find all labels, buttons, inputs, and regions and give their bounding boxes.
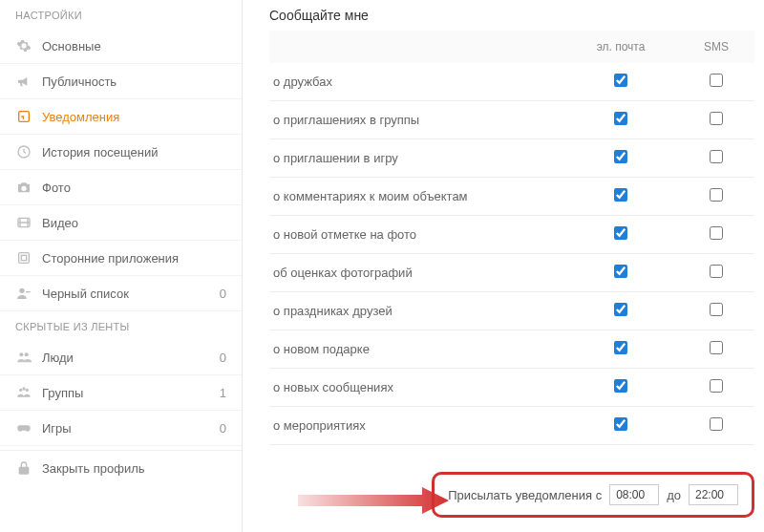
table-row: о приглашениях в группы xyxy=(269,101,754,139)
table-row: о новом подарке xyxy=(269,330,754,369)
sidebar-item-видео[interactable]: Видео xyxy=(0,205,242,241)
email-checkbox[interactable] xyxy=(614,188,627,202)
row-label: о новой отметке на фото xyxy=(269,216,563,254)
svg-point-10 xyxy=(26,389,29,392)
table-row: о комментариях к моим объектам xyxy=(269,178,754,216)
sidebar-item-label: Группы xyxy=(42,386,218,400)
page-title: Сообщайте мне xyxy=(269,8,754,23)
callout-arrow xyxy=(298,481,451,520)
sidebar-item-сторонние-приложения[interactable]: Сторонние приложения xyxy=(0,241,242,276)
sidebar-item-люди[interactable]: Люди0 xyxy=(0,340,242,375)
megaphone-icon xyxy=(15,73,32,90)
row-label: о дружбах xyxy=(269,63,563,101)
table-row: о мероприятиях xyxy=(269,407,754,445)
email-checkbox[interactable] xyxy=(614,417,627,431)
sidebar-item-уведомления[interactable]: Уведомления xyxy=(0,99,242,135)
sidebar-item-публичность[interactable]: Публичность xyxy=(0,64,242,99)
cell-sms xyxy=(678,292,754,330)
sms-checkbox[interactable] xyxy=(710,265,723,278)
sidebar-list-hidden: Люди0Группы1Игры0 xyxy=(0,340,242,446)
table-row: о дружбах xyxy=(269,63,754,101)
cell-sms xyxy=(678,63,754,101)
sidebar-item-count: 0 xyxy=(220,421,226,436)
video-icon xyxy=(15,214,32,231)
sms-checkbox[interactable] xyxy=(710,379,723,393)
row-label: об оценках фотографий xyxy=(269,254,563,292)
svg-rect-3 xyxy=(19,253,30,264)
email-checkbox[interactable] xyxy=(614,112,627,125)
row-label: о новом подарке xyxy=(269,330,563,369)
cell-email xyxy=(563,292,678,330)
cell-sms xyxy=(678,254,754,292)
sidebar-item-группы[interactable]: Группы1 xyxy=(0,375,242,411)
sidebar-section-hidden: СКРЫТЫЕ ИЗ ЛЕНТЫ xyxy=(0,311,242,340)
cell-sms xyxy=(678,330,754,369)
sms-checkbox[interactable] xyxy=(710,150,723,163)
time-range-box: Присылать уведомления с до xyxy=(432,472,754,518)
sidebar-item-label: Видео xyxy=(42,216,226,230)
sidebar-item-count: 0 xyxy=(220,351,226,365)
cell-email xyxy=(563,407,678,445)
row-label: о приглашениях в группы xyxy=(269,101,563,139)
sms-checkbox[interactable] xyxy=(710,417,723,431)
sidebar-item-основные[interactable]: Основные xyxy=(0,29,242,64)
table-row: о праздниках друзей xyxy=(269,292,754,330)
cell-email xyxy=(563,63,678,101)
cell-email xyxy=(563,369,678,407)
time-from-input[interactable] xyxy=(609,484,659,505)
sms-checkbox[interactable] xyxy=(710,341,723,354)
email-checkbox[interactable] xyxy=(614,341,627,354)
sidebar-item-фото[interactable]: Фото xyxy=(0,170,242,205)
sidebar-item-count: 0 xyxy=(220,287,226,301)
sms-checkbox[interactable] xyxy=(710,303,723,316)
sidebar-item-lock-profile[interactable]: Закрыть профиль xyxy=(0,450,242,485)
sidebar-item-label: Сторонние приложения xyxy=(42,251,226,266)
svg-point-6 xyxy=(19,352,23,356)
sidebar-section-settings: НАСТРОЙКИ xyxy=(0,0,242,29)
cell-sms xyxy=(678,139,754,178)
email-checkbox[interactable] xyxy=(614,150,627,163)
sms-checkbox[interactable] xyxy=(710,226,723,240)
sms-checkbox[interactable] xyxy=(710,188,723,202)
sidebar-item-label: Люди xyxy=(42,351,218,365)
sidebar-item-label: Уведомления xyxy=(42,110,226,124)
sms-checkbox[interactable] xyxy=(710,74,723,87)
cell-sms xyxy=(678,178,754,216)
sidebar-item-игры[interactable]: Игры0 xyxy=(0,411,242,446)
row-label: о комментариях к моим объектам xyxy=(269,178,563,216)
table-row: об оценках фотографий xyxy=(269,254,754,292)
time-to-input[interactable] xyxy=(689,484,738,505)
cell-email xyxy=(563,101,678,139)
cell-email xyxy=(563,139,678,178)
sidebar-item-label: Фото xyxy=(42,181,226,195)
sidebar-item-label: Закрыть профиль xyxy=(42,461,226,476)
sidebar-item-label: Основные xyxy=(42,39,226,53)
sidebar-item-label: Игры xyxy=(42,421,218,436)
sms-checkbox[interactable] xyxy=(710,112,723,125)
row-label: о праздниках друзей xyxy=(269,292,563,330)
lock-icon xyxy=(15,459,32,477)
time-mid-label: до xyxy=(667,488,681,502)
email-checkbox[interactable] xyxy=(614,265,627,278)
email-checkbox[interactable] xyxy=(614,226,627,240)
people-icon xyxy=(15,349,32,366)
games-icon xyxy=(15,419,32,436)
table-row: о новой отметке на фото xyxy=(269,216,754,254)
email-checkbox[interactable] xyxy=(614,379,627,393)
email-checkbox[interactable] xyxy=(614,303,627,316)
svg-point-5 xyxy=(19,288,24,293)
time-prefix-label: Присылать уведомления с xyxy=(448,488,602,502)
sidebar-item-история-посещений[interactable]: История посещений xyxy=(0,135,242,170)
groups-icon xyxy=(15,384,32,401)
bell-icon xyxy=(15,108,32,125)
settings-sidebar: НАСТРОЙКИ ОсновныеПубличностьУведомления… xyxy=(0,0,243,532)
sidebar-item-label: Публичность xyxy=(42,74,226,89)
email-checkbox[interactable] xyxy=(614,74,627,87)
row-label: о новых сообщениях xyxy=(269,369,563,407)
cell-sms xyxy=(678,216,754,254)
col-header-label xyxy=(269,31,563,63)
cell-email xyxy=(563,178,678,216)
col-header-email: эл. почта xyxy=(563,31,678,63)
sidebar-item-черный-список[interactable]: Черный список0 xyxy=(0,276,242,311)
apps-icon xyxy=(15,249,32,266)
